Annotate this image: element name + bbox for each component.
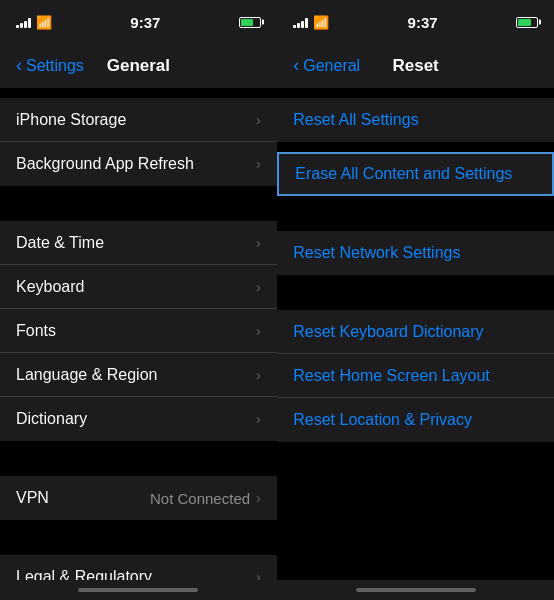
erase-all-content-label: Erase All Content and Settings [295, 165, 536, 183]
time-display: 9:37 [130, 14, 160, 31]
date-time-row[interactable]: Date & Time › [0, 221, 277, 265]
iphone-storage-row[interactable]: iPhone Storage › [0, 98, 277, 142]
wifi-icon: 📶 [36, 15, 52, 30]
rbar2 [297, 23, 300, 28]
battery-area [239, 17, 261, 28]
home-bar-left [78, 588, 198, 592]
chevron-vpn-icon: › [256, 490, 261, 506]
r-gap2 [277, 142, 554, 152]
reset-all-settings-row[interactable]: Reset All Settings [277, 98, 554, 142]
gap3 [0, 441, 277, 476]
section-input: Date & Time › Keyboard › Fonts › Languag… [0, 221, 277, 441]
legal-row[interactable]: Legal & Regulatory › [0, 555, 277, 580]
section-erase-content: Erase All Content and Settings [277, 152, 554, 196]
r-gap1 [277, 88, 554, 98]
reset-network-label: Reset Network Settings [293, 244, 538, 262]
nav-header-left: ‹ Settings General [0, 44, 277, 88]
chevron-datetime-icon: › [256, 235, 261, 251]
battery-fill [241, 19, 254, 26]
battery-right-icon [516, 17, 538, 28]
section-reset-all: Reset All Settings [277, 98, 554, 142]
chevron-fonts-icon: › [256, 323, 261, 339]
r-gap4 [277, 275, 554, 310]
language-region-row[interactable]: Language & Region › [0, 353, 277, 397]
bar1 [16, 25, 19, 28]
bar4 [28, 18, 31, 28]
reset-keyboard-dict-label: Reset Keyboard Dictionary [293, 323, 538, 341]
dictionary-row[interactable]: Dictionary › [0, 397, 277, 441]
keyboard-label: Keyboard [16, 278, 256, 296]
section-reset-network: Reset Network Settings [277, 231, 554, 275]
gap1 [0, 88, 277, 98]
r-gap3 [277, 196, 554, 231]
back-label-right: General [303, 57, 360, 75]
section-legal: Legal & Regulatory › [0, 555, 277, 580]
status-bar-left: 📶 9:37 [0, 0, 277, 44]
r-bottom-spacer [277, 442, 554, 542]
section-reset-others: Reset Keyboard Dictionary Reset Home Scr… [277, 310, 554, 442]
vpn-status: Not Connected [150, 490, 250, 507]
bar2 [20, 23, 23, 28]
reset-list: Reset All Settings Erase All Content and… [277, 88, 554, 580]
time-display-right: 9:37 [408, 14, 438, 31]
chevron-bgrefresh-icon: › [256, 156, 261, 172]
chevron-storage-icon: › [256, 112, 261, 128]
erase-all-content-row[interactable]: Erase All Content and Settings [277, 152, 554, 196]
status-bar-right: 📶 9:37 [277, 0, 554, 44]
signal-bars-right-icon [293, 16, 308, 28]
fonts-label: Fonts [16, 322, 256, 340]
right-panel: 📶 9:37 ‹ General Reset Reset All Setting… [277, 0, 554, 600]
signal-area-right: 📶 [293, 15, 329, 30]
section-vpn: VPN Not Connected › [0, 476, 277, 520]
nav-title-right: Reset [392, 56, 438, 76]
reset-network-row[interactable]: Reset Network Settings [277, 231, 554, 275]
battery-area-right [516, 17, 538, 28]
back-label-left: Settings [26, 57, 84, 75]
reset-home-screen-label: Reset Home Screen Layout [293, 367, 538, 385]
vpn-label: VPN [16, 489, 150, 507]
bar3 [24, 21, 27, 28]
chevron-keyboard-icon: › [256, 279, 261, 295]
nav-title-left: General [107, 56, 170, 76]
rbar3 [301, 21, 304, 28]
settings-list-left: iPhone Storage › Background App Refresh … [0, 88, 277, 580]
reset-all-settings-label: Reset All Settings [293, 111, 538, 129]
reset-home-screen-row[interactable]: Reset Home Screen Layout [277, 354, 554, 398]
keyboard-row[interactable]: Keyboard › [0, 265, 277, 309]
chevron-legal-icon: › [256, 569, 261, 580]
rbar1 [293, 25, 296, 28]
dictionary-label: Dictionary [16, 410, 256, 428]
language-region-label: Language & Region [16, 366, 256, 384]
gap2 [0, 186, 277, 221]
nav-header-right: ‹ General Reset [277, 44, 554, 88]
background-app-refresh-label: Background App Refresh [16, 155, 256, 173]
gap4 [0, 520, 277, 555]
left-panel: 📶 9:37 ‹ Settings General iPhone Storage… [0, 0, 277, 600]
signal-bars-icon [16, 16, 31, 28]
battery-icon [239, 17, 261, 28]
home-bar-right [356, 588, 476, 592]
home-indicator-left [0, 580, 277, 600]
fonts-row[interactable]: Fonts › [0, 309, 277, 353]
signal-area: 📶 [16, 15, 52, 30]
chevron-language-icon: › [256, 367, 261, 383]
iphone-storage-label: iPhone Storage [16, 111, 256, 129]
background-app-refresh-row[interactable]: Background App Refresh › [0, 142, 277, 186]
battery-fill-right [518, 19, 531, 26]
back-button-left[interactable]: ‹ Settings [16, 56, 84, 76]
date-time-label: Date & Time [16, 234, 256, 252]
back-chevron-right-icon: ‹ [293, 55, 299, 76]
back-chevron-icon: ‹ [16, 55, 22, 76]
reset-location-privacy-label: Reset Location & Privacy [293, 411, 538, 429]
home-indicator-right [277, 580, 554, 600]
reset-keyboard-dict-row[interactable]: Reset Keyboard Dictionary [277, 310, 554, 354]
chevron-dictionary-icon: › [256, 411, 261, 427]
back-button-right[interactable]: ‹ General [293, 56, 360, 76]
reset-location-privacy-row[interactable]: Reset Location & Privacy [277, 398, 554, 442]
vpn-row[interactable]: VPN Not Connected › [0, 476, 277, 520]
rbar4 [305, 18, 308, 28]
legal-label: Legal & Regulatory [16, 568, 256, 580]
section-storage: iPhone Storage › Background App Refresh … [0, 98, 277, 186]
wifi-right-icon: 📶 [313, 15, 329, 30]
